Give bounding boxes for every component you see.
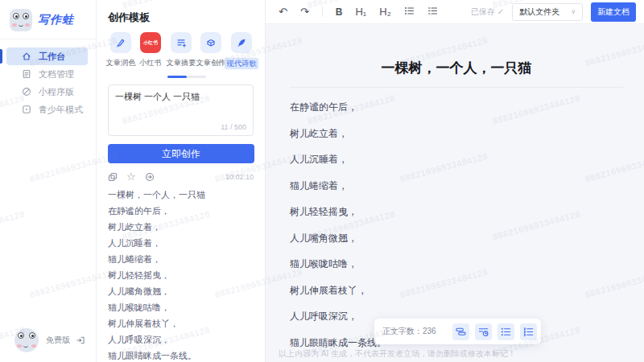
poem-line[interactable]: 人儿嘴角微翘， — [290, 225, 623, 252]
result-line: 人儿嘴角微翘， — [108, 283, 254, 299]
poem-line[interactable]: 在静谧的午后， — [290, 94, 623, 121]
template-tabs: 文章润色 小红书 小红书 文章摘要 文章创作 — [97, 32, 265, 70]
result-line: 猫儿蜷缩着， — [108, 251, 254, 267]
saved-status: 已保存 ✓ — [471, 6, 504, 18]
bold-button[interactable]: B — [336, 7, 343, 17]
favorite-star-icon[interactable]: ☆ — [126, 172, 136, 182]
sidebar-footer: 免费版 — [0, 328, 97, 352]
new-document-button[interactable]: 新建文档 — [591, 2, 636, 22]
ordered-list-icon[interactable] — [427, 6, 438, 18]
tab-label: 文章摘要 — [166, 58, 196, 68]
logout-icon[interactable] — [76, 335, 85, 345]
sidebar: 写作蛙 工作台 文档管理 小程序版 青少年模式 — [0, 0, 97, 362]
heading1-button[interactable]: H₁ — [355, 6, 366, 17]
tab-label: 文章创作 — [196, 58, 226, 68]
editor-toolbar: ↶ ↷ B H₁ H₂ 已保存 ✓ 默认文件夹 ∨ 新建文档 — [266, 0, 644, 24]
folder-dropdown-value: 默认文件夹 — [519, 6, 559, 18]
result-line: 一棵树，一个人，一只猫 — [108, 187, 254, 203]
youth-mode-icon — [22, 105, 31, 114]
bullet-list-icon[interactable] — [404, 6, 415, 18]
mini-program-icon — [22, 87, 31, 97]
app-logo-text: 写作蛙 — [38, 13, 74, 27]
sidebar-item-label: 工作台 — [39, 51, 65, 63]
toolbar-right-group: 已保存 ✓ 默认文件夹 ∨ 新建文档 — [471, 2, 636, 22]
tab-article-summary[interactable]: 文章摘要 — [166, 32, 196, 70]
result-timestamp: 10:02:10 — [225, 173, 254, 181]
heading2-button[interactable]: H₂ — [379, 6, 390, 17]
user-avatar[interactable] — [14, 328, 39, 352]
redo-icon[interactable]: ↷ — [300, 6, 309, 17]
document-body[interactable]: 一棵树，一个人，一只猫 在静谧的午后，树儿屹立着，人儿沉睡着，猫儿蜷缩着，树儿轻… — [266, 24, 644, 362]
generation-result: ☆ 10:02:10 一棵树，一个人，一只猫在静谧的午后，树儿屹立着，人儿沉睡着… — [108, 171, 254, 362]
document-title[interactable]: 一棵树，一个人，一只猫 — [290, 60, 623, 77]
indent-list-icon[interactable] — [520, 323, 537, 340]
sidebar-divider — [0, 39, 96, 39]
poem-line[interactable]: 人儿沉睡着， — [290, 146, 623, 173]
tab-xiaohongshu[interactable]: 小红书 小红书 — [136, 32, 166, 70]
poem-line[interactable]: 猫儿蜷缩着， — [290, 173, 623, 200]
poem-line[interactable]: 树儿屹立着， — [290, 121, 623, 147]
result-toolbar: ☆ 10:02:10 — [108, 171, 254, 183]
result-line: 树儿伸展着枝丫， — [108, 315, 254, 331]
undo-icon[interactable]: ↶ — [279, 6, 287, 17]
summary-list-icon — [171, 32, 192, 53]
tab-modern-poetry[interactable]: 现代诗歌 — [226, 32, 256, 70]
sidebar-item-label: 文档管理 — [39, 68, 74, 80]
tab-article-creation[interactable]: 文章创作 — [196, 32, 226, 70]
creation-template-panel: 创作模板 文章润色 小红书 小红书 文章摘要 — [97, 0, 266, 362]
chevron-down-icon: ∨ — [571, 8, 576, 15]
copy-icon[interactable] — [108, 172, 118, 182]
creation-box-icon — [200, 32, 221, 53]
document-icon — [22, 69, 31, 79]
poem-line[interactable]: 树儿轻轻摇曳， — [290, 199, 623, 225]
result-line: 在静谧的午后， — [108, 203, 254, 219]
result-line: 猫儿喉咙咕噜， — [108, 299, 254, 315]
sidebar-item-doc-manage[interactable]: 文档管理 — [0, 65, 96, 83]
result-line: 树儿屹立着， — [108, 219, 254, 235]
tab-label: 现代诗歌 — [224, 58, 258, 70]
word-count: 正文字数：236 — [382, 326, 436, 337]
polish-pen-icon — [110, 32, 131, 53]
app-logo: 写作蛙 — [0, 0, 96, 39]
title-divider — [290, 87, 623, 88]
prompt-input[interactable]: 一棵树 一个人 一只猫 — [115, 91, 246, 121]
prompt-input-box: 一棵树 一个人 一只猫 11 / 500 — [108, 84, 254, 136]
frog-logo-icon — [10, 9, 32, 31]
sidebar-item-workbench[interactable]: 工作台 — [0, 47, 96, 65]
result-line: 猫儿眼睛眯成一条线。 — [108, 348, 254, 362]
sidebar-item-mini-program[interactable]: 小程序版 — [0, 83, 96, 101]
poem-line[interactable]: 猫儿喉咙咕噜， — [290, 251, 623, 278]
tab-article-polish[interactable]: 文章润色 — [105, 32, 135, 70]
result-lines: 一棵树，一个人，一只猫在静谧的午后，树儿屹立着，人儿沉睡着，猫儿蜷缩着，树儿轻轻… — [108, 187, 254, 362]
sidebar-nav: 工作台 文档管理 小程序版 青少年模式 — [0, 47, 96, 118]
panel-title: 创作模板 — [97, 0, 265, 32]
outline-history-icon[interactable] — [475, 323, 492, 340]
insert-arrow-icon[interactable] — [145, 172, 155, 182]
result-line: 树儿轻轻摇曳， — [108, 267, 254, 283]
paragraph-blocks-icon[interactable] — [452, 323, 469, 340]
sidebar-item-label: 青少年模式 — [39, 104, 83, 116]
poem-line[interactable]: 树儿伸展着枝丫， — [290, 278, 623, 304]
tabs-scrollbar[interactable] — [167, 76, 206, 78]
result-line: 人儿沉睡着， — [108, 235, 254, 251]
sidebar-item-youth-mode[interactable]: 青少年模式 — [0, 101, 96, 118]
poetry-quill-icon — [231, 32, 252, 53]
sidebar-item-label: 小程序版 — [39, 86, 74, 98]
editor-area: ↶ ↷ B H₁ H₂ 已保存 ✓ 默认文件夹 ∨ 新建文档 一棵树，一个人 — [266, 0, 644, 362]
check-icon: ✓ — [497, 7, 504, 16]
bullet-list-icon[interactable] — [497, 323, 514, 340]
tab-label: 小红书 — [139, 58, 162, 68]
char-count: 11 / 500 — [221, 123, 246, 131]
tab-label: 文章润色 — [105, 58, 135, 68]
xiaohongshu-icon: 小红书 — [140, 32, 161, 53]
folder-dropdown[interactable]: 默认文件夹 ∨ — [512, 3, 583, 21]
create-now-button[interactable]: 立即创作 — [108, 144, 254, 163]
app-window: 写作蛙 工作台 文档管理 小程序版 青少年模式 — [0, 0, 644, 362]
ai-disclaimer: 以上内容为 AI 生成，不代表开发者立场，请勿删除或修改本标记！ — [279, 348, 516, 360]
plan-badge: 免费版 — [46, 335, 70, 346]
result-line: 人儿呼吸深沉， — [108, 331, 254, 348]
tabs-scrollbar-thumb[interactable] — [167, 76, 187, 78]
word-count-toolbar: 正文字数：236 — [374, 319, 541, 344]
home-icon — [22, 51, 31, 61]
toolbar-divider — [322, 6, 323, 17]
